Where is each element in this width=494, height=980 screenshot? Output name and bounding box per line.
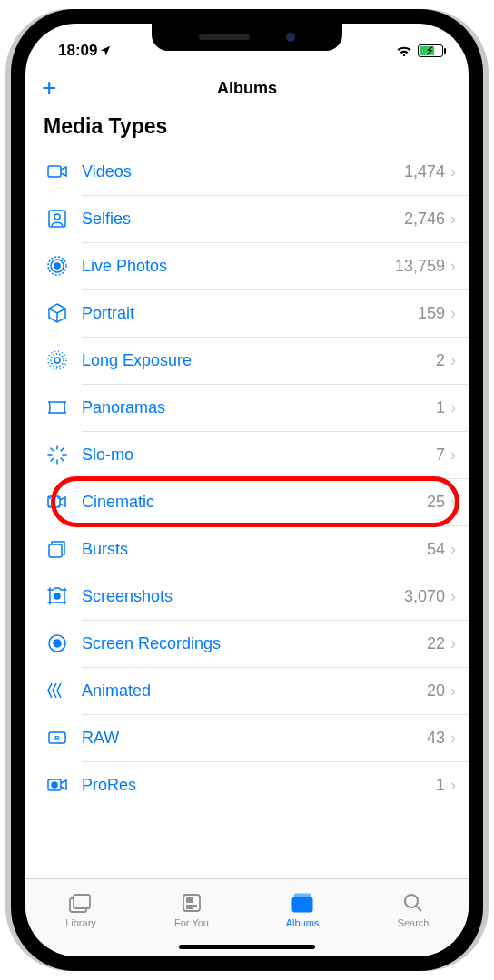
row-count: 22 — [427, 634, 450, 653]
search-tab-icon — [402, 892, 424, 916]
wifi-icon — [396, 44, 412, 57]
svg-point-3 — [54, 263, 60, 269]
record-icon — [44, 632, 71, 654]
svg-rect-1 — [49, 211, 65, 227]
notch — [152, 24, 342, 51]
list-item[interactable]: Screenshots3,070› — [44, 573, 469, 620]
status-time: 18:09 — [58, 42, 97, 60]
chevron-right-icon: › — [450, 729, 469, 748]
svg-point-7 — [51, 354, 64, 367]
tab-albums[interactable]: Albums — [247, 879, 358, 940]
video-icon — [44, 161, 71, 182]
row-count: 25 — [427, 493, 450, 512]
chevron-right-icon: › — [450, 162, 469, 181]
screen: 18:09 ⚡︎ + Albums Media Types Videos1,47… — [25, 24, 469, 956]
row-count: 159 — [418, 304, 450, 323]
cube-icon — [44, 302, 71, 324]
row-label: Long Exposure — [71, 351, 436, 370]
list-item[interactable]: Screen Recordings22› — [44, 620, 469, 667]
slomo-icon — [44, 444, 71, 466]
add-button[interactable]: + — [42, 74, 56, 103]
row-count: 1 — [436, 398, 450, 417]
screenshot-icon — [44, 585, 71, 607]
list-item[interactable]: Bursts54› — [44, 525, 469, 573]
content: Media Types Videos1,474›Selfies2,746›Liv… — [25, 109, 469, 878]
phone-frame: 18:09 ⚡︎ + Albums Media Types Videos1,47… — [11, 9, 483, 971]
row-count: 7 — [436, 446, 450, 465]
section-header: Media Types — [25, 109, 469, 148]
tab-label: Albums — [286, 917, 320, 928]
foryou-tab-icon — [181, 892, 203, 916]
tab-label: Search — [398, 917, 430, 928]
svg-rect-0 — [48, 166, 61, 177]
svg-rect-29 — [186, 897, 193, 903]
tab-library[interactable]: Library — [25, 879, 136, 940]
animated-icon — [44, 680, 71, 701]
row-count: 2,746 — [404, 210, 450, 229]
panorama-icon — [44, 397, 71, 418]
row-label: Screen Recordings — [71, 634, 427, 653]
svg-point-19 — [54, 593, 60, 599]
library-tab-icon — [68, 892, 94, 916]
tab-search[interactable]: Search — [358, 879, 469, 940]
row-label: Panoramas — [71, 398, 436, 417]
list-item[interactable]: Selfies2,746› — [44, 195, 469, 242]
long-exposure-icon — [44, 349, 71, 371]
albums-tab-icon — [290, 892, 315, 916]
list-item[interactable]: ProRes1› — [44, 761, 469, 808]
svg-line-14 — [61, 458, 64, 461]
list-item[interactable]: Videos1,474› — [44, 148, 469, 195]
raw-icon: R — [44, 727, 71, 749]
row-count: 1,474 — [404, 162, 450, 181]
row-label: Bursts — [71, 540, 427, 559]
list-item[interactable]: Panoramas1› — [44, 384, 469, 431]
svg-rect-18 — [49, 544, 62, 557]
battery-icon: ⚡︎ — [418, 44, 443, 57]
list-item[interactable]: Live Photos13,759› — [44, 242, 469, 289]
person-crop-icon — [44, 208, 71, 230]
svg-point-34 — [405, 895, 418, 907]
row-count: 2 — [436, 351, 450, 370]
svg-point-25 — [52, 782, 57, 788]
svg-line-16 — [61, 448, 64, 451]
location-icon — [99, 44, 112, 57]
nav-bar: + Albums — [25, 67, 469, 109]
live-photo-icon — [44, 255, 71, 277]
row-label: Slo-mo — [71, 446, 436, 465]
list-item[interactable]: Long Exposure2› — [44, 337, 469, 384]
row-label: Live Photos — [71, 257, 395, 276]
row-count: 13,759 — [395, 257, 450, 276]
svg-rect-27 — [74, 895, 90, 908]
row-label: RAW — [71, 729, 427, 748]
row-count: 20 — [427, 681, 450, 701]
chevron-right-icon: › — [450, 210, 469, 229]
list-item[interactable]: Animated20› — [44, 667, 469, 714]
svg-point-6 — [54, 358, 60, 363]
list-item[interactable]: Cinematic25› — [44, 478, 469, 525]
tab-label: Library — [65, 917, 96, 928]
chevron-right-icon: › — [450, 776, 469, 795]
row-count: 3,070 — [404, 587, 450, 606]
chevron-right-icon: › — [450, 540, 469, 559]
chevron-right-icon: › — [450, 681, 469, 701]
burst-icon — [44, 538, 71, 560]
list-item[interactable]: Portrait159› — [44, 289, 469, 337]
home-indicator — [179, 945, 315, 949]
row-label: Portrait — [71, 304, 418, 323]
tab-for-you[interactable]: For You — [136, 879, 247, 940]
chevron-right-icon: › — [450, 587, 469, 606]
chevron-right-icon: › — [450, 634, 469, 653]
svg-line-15 — [51, 458, 54, 461]
svg-text:R: R — [54, 734, 60, 742]
chevron-right-icon: › — [450, 446, 469, 465]
list-item[interactable]: Slo-mo7› — [44, 431, 469, 478]
chevron-right-icon: › — [450, 398, 469, 417]
chevron-right-icon: › — [450, 257, 469, 276]
prores-icon — [44, 774, 71, 796]
svg-rect-33 — [292, 897, 312, 912]
svg-line-13 — [51, 448, 54, 451]
list-item[interactable]: RRAW43› — [44, 714, 469, 761]
row-label: Videos — [71, 162, 404, 181]
svg-point-2 — [54, 214, 60, 220]
chevron-right-icon: › — [450, 304, 469, 323]
